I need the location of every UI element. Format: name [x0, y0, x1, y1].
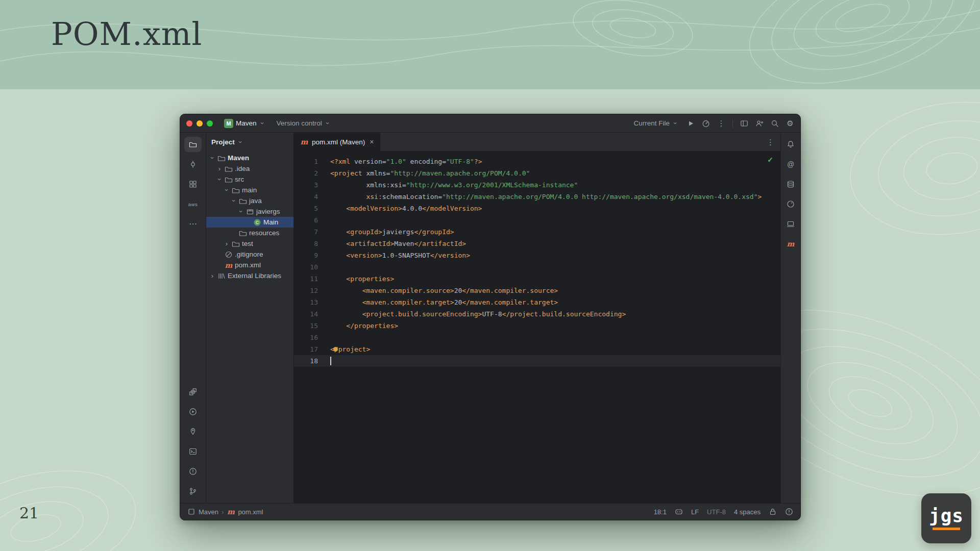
chevron-right-icon[interactable]: ›	[224, 240, 230, 247]
line-number[interactable]: 9	[294, 249, 318, 261]
tab-pom-xml[interactable]: m pom.xml (Maven) ×	[294, 133, 380, 151]
close-window-button[interactable]	[186, 120, 192, 127]
tree-item-src[interactable]: ›src	[206, 174, 293, 185]
ide-error-icon[interactable]	[785, 508, 793, 516]
notifications-icon[interactable]	[782, 137, 799, 152]
code-line-1[interactable]: 1<?xml version="1.0" encoding="UTF-8"?>	[294, 156, 780, 167]
project-icon[interactable]	[184, 137, 202, 152]
line-separator[interactable]: LF	[691, 508, 699, 516]
services-icon[interactable]	[184, 384, 202, 399]
line-number[interactable]: 8	[294, 238, 318, 249]
code-line-18[interactable]: 18	[294, 355, 780, 367]
line-number[interactable]: 14	[294, 308, 318, 320]
run-icon[interactable]	[687, 119, 695, 128]
gradle-icon[interactable]	[782, 196, 799, 212]
profiler-icon[interactable]	[702, 119, 710, 128]
line-number[interactable]: 15	[294, 320, 318, 332]
tree-item-main[interactable]: ›CMain	[206, 217, 293, 228]
code-line-10[interactable]: 10	[294, 261, 780, 273]
add-user-icon[interactable]	[755, 119, 764, 128]
file-encoding[interactable]: UTF-8	[707, 508, 726, 516]
editor-options-icon[interactable]: ⋮	[766, 138, 775, 146]
code-line-15[interactable]: 15 </properties>	[294, 320, 780, 332]
code-line-8[interactable]: 8 <artifactId>Maven</artifactId>	[294, 238, 780, 249]
structure-icon[interactable]	[184, 177, 202, 192]
chevron-down-icon[interactable]: ›	[231, 198, 237, 204]
code-line-13[interactable]: 13 <maven.compiler.target>20</maven.comp…	[294, 296, 780, 308]
chevron-down-icon[interactable]: ›	[216, 177, 223, 183]
zoom-window-button[interactable]	[207, 120, 213, 127]
line-number[interactable]: 1	[294, 156, 318, 167]
settings-icon[interactable]: ⚙	[786, 119, 794, 128]
chevron-down-icon[interactable]: ›	[238, 209, 244, 215]
layout-icon[interactable]	[740, 119, 748, 128]
database-icon[interactable]	[782, 177, 799, 192]
more-icon[interactable]: ⋯	[184, 216, 202, 232]
tree-item-javiergs[interactable]: ›javiergs	[206, 206, 293, 217]
tree-item-pom-xml[interactable]: ›mpom.xml	[206, 260, 293, 270]
line-number[interactable]: 16	[294, 332, 318, 343]
close-tab-icon[interactable]: ×	[369, 138, 374, 146]
minimize-window-button[interactable]	[197, 120, 203, 127]
code-line-14[interactable]: 14 <project.build.sourceEncoding>UTF-8</…	[294, 308, 780, 320]
project-widget[interactable]: M Maven ›	[221, 117, 268, 130]
breadcrumb-project[interactable]: Maven	[199, 508, 218, 516]
editor[interactable]: ✓ 1<?xml version="1.0" encoding="UTF-8"?…	[294, 152, 780, 503]
line-number[interactable]: 2	[294, 167, 318, 179]
aws-icon[interactable]: aws	[184, 196, 202, 212]
line-number[interactable]: 10	[294, 261, 318, 273]
caret-position[interactable]: 18:1	[654, 508, 667, 516]
code-line-5[interactable]: 5 <modelVersion>4.0.0</modelVersion>	[294, 203, 780, 214]
tree-item-maven[interactable]: ›Maven	[206, 153, 293, 163]
line-number[interactable]: 6	[294, 214, 318, 226]
tree-item-java[interactable]: ›java	[206, 195, 293, 206]
version-control-icon[interactable]	[184, 484, 202, 499]
code-line-12[interactable]: 12 <maven.compiler.source>20</maven.comp…	[294, 285, 780, 296]
run-tool-icon[interactable]	[184, 404, 202, 419]
inspections-ok-icon[interactable]: ✓	[767, 156, 773, 164]
indent-style[interactable]: 4 spaces	[734, 508, 761, 516]
search-icon[interactable]	[771, 119, 779, 128]
copilot-status-icon[interactable]	[675, 508, 683, 516]
commit-icon[interactable]	[184, 157, 202, 172]
chevron-right-icon[interactable]: ›	[216, 165, 223, 172]
tree-item-gitignore[interactable]: ›.gitignore	[206, 249, 293, 260]
code-line-16[interactable]: 16	[294, 332, 780, 343]
chevron-down-icon[interactable]: ›	[224, 187, 230, 193]
code-line-2[interactable]: 2<project xmlns="http://maven.apache.org…	[294, 167, 780, 179]
project-panel-header[interactable]: Project ›	[206, 133, 293, 152]
line-number[interactable]: 18	[294, 355, 318, 367]
line-number[interactable]: 4	[294, 191, 318, 203]
line-number[interactable]: 13	[294, 296, 318, 308]
line-number[interactable]: 12	[294, 285, 318, 296]
problems-icon[interactable]	[184, 464, 202, 479]
readonly-lock-icon[interactable]	[769, 508, 777, 516]
tree-item-external-libraries[interactable]: ›External Libraries	[206, 270, 293, 281]
vcs-widget[interactable]: Version control ›	[274, 118, 334, 129]
code-line-11[interactable]: 11 <properties>	[294, 273, 780, 285]
run-configuration-selector[interactable]: Current File ›	[630, 118, 681, 129]
code-line-7[interactable]: 7 <groupId>javiergs</groupId>	[294, 226, 780, 238]
line-number[interactable]: 3	[294, 179, 318, 191]
code-line-6[interactable]: 6	[294, 214, 780, 226]
tree-item-resources[interactable]: ›resources	[206, 228, 293, 238]
code-line-3[interactable]: 3 xmlns:xsi="http://www.w3.org/2001/XMLS…	[294, 179, 780, 191]
devices-icon[interactable]	[782, 216, 799, 232]
ai-assistant-icon[interactable]: @	[782, 157, 799, 172]
maven-tool-icon[interactable]: m	[782, 236, 799, 252]
tree-item-main[interactable]: ›main	[206, 185, 293, 195]
terminal-icon[interactable]	[184, 444, 202, 459]
code-line-17[interactable]: 17</project>	[294, 343, 780, 355]
line-number[interactable]: 5	[294, 203, 318, 214]
breadcrumb-file[interactable]: pom.xml	[238, 508, 263, 516]
tree-item-idea[interactable]: ›.idea	[206, 163, 293, 174]
line-number[interactable]: 11	[294, 273, 318, 285]
bookmarks-icon[interactable]	[184, 424, 202, 439]
window-titlebar[interactable]: M Maven › Version control › Current File…	[180, 114, 800, 133]
chevron-down-icon[interactable]: ›	[209, 155, 216, 161]
code-line-4[interactable]: 4 xsi:schemaLocation="http://maven.apach…	[294, 191, 780, 203]
line-number[interactable]: 17	[294, 343, 318, 355]
code-line-9[interactable]: 9 <version>1.0-SNAPSHOT</version>	[294, 249, 780, 261]
more-vert-icon[interactable]: ⋮	[717, 119, 725, 128]
tree-item-test[interactable]: ›test	[206, 238, 293, 249]
